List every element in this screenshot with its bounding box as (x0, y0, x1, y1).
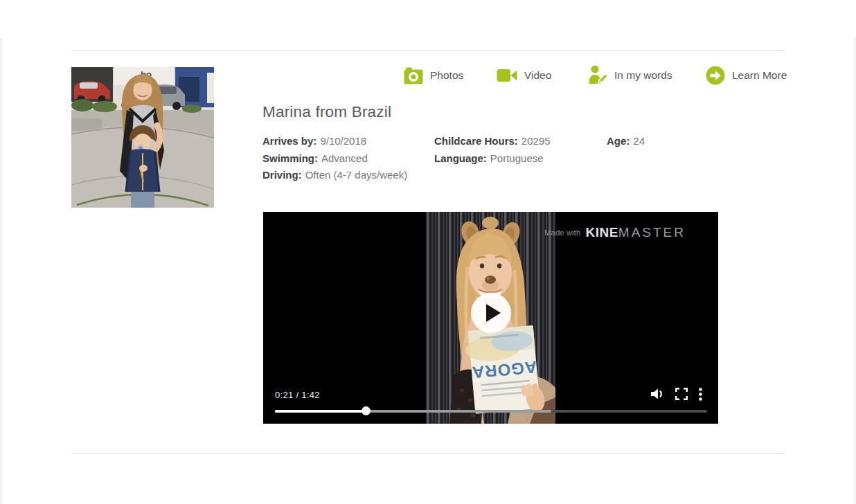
video-progress-bar[interactable] (275, 410, 707, 413)
camera-icon (404, 67, 423, 84)
details-column-3: Age:24 (607, 133, 645, 150)
video-player[interactable]: AGORA Made with KINEMASTER 0:21 / 1:42 (263, 212, 718, 424)
overflow-menu-button[interactable] (699, 388, 702, 401)
details-column-2: Childcare Hours:20295 Language:Portugues… (434, 133, 551, 167)
profile-photo: bo (71, 67, 214, 208)
detail-value: 20295 (521, 135, 551, 147)
top-divider (71, 50, 785, 51)
play-button[interactable] (471, 293, 511, 333)
nav-item-label: Learn More (732, 69, 787, 82)
fullscreen-button[interactable] (675, 388, 688, 400)
nav-item-label: Video (524, 69, 551, 82)
detail-row: Driving:Often (4-7 days/week) (262, 167, 407, 184)
detail-value: Portuguese (490, 152, 544, 164)
detail-value: 9/10/2018 (320, 135, 366, 147)
au-pair-profile-page: bo (0, 0, 856, 504)
page-right-border (855, 38, 855, 504)
page-title: Marina from Brazil (262, 103, 391, 121)
detail-value: Often (4-7 days/week) (305, 169, 408, 181)
detail-row: Age:24 (607, 133, 645, 150)
watermark-brand: KINEMASTER (585, 225, 686, 240)
detail-value: Advanced (321, 152, 368, 164)
nav-item-photos[interactable]: Photos (404, 64, 463, 87)
details-column-1: Arrives by:9/10/2018 Swimming:Advanced D… (262, 133, 407, 184)
detail-label: Swimming: (262, 152, 318, 164)
arrow-right-circle-icon (706, 66, 725, 85)
detail-label: Arrives by: (262, 135, 316, 147)
kinemaster-watermark: Made with KINEMASTER (544, 225, 686, 240)
kebab-menu-icon (699, 388, 702, 401)
nav-item-learn-more[interactable]: Learn More (706, 64, 787, 87)
detail-label: Driving: (262, 169, 302, 181)
detail-row: Childcare Hours:20295 (434, 133, 551, 150)
detail-label: Age: (607, 135, 630, 147)
video-time-display: 0:21 / 1:42 (275, 390, 320, 400)
watermark-prefix: Made with (544, 228, 580, 237)
play-icon (486, 304, 501, 322)
detail-label: Language: (434, 152, 487, 164)
nav-item-label: In my words (614, 69, 672, 82)
detail-row: Swimming:Advanced (262, 150, 407, 168)
detail-row: Language:Portuguese (434, 150, 551, 168)
volume-button[interactable] (650, 387, 664, 401)
bottom-divider (71, 453, 785, 454)
detail-row: Arrives by:9/10/2018 (262, 133, 407, 150)
volume-icon (650, 387, 664, 401)
nav-item-in-my-words[interactable]: In my words (588, 64, 672, 87)
person-pencil-icon (588, 65, 607, 87)
detail-label: Childcare Hours: (434, 135, 518, 147)
nav-item-label: Photos (430, 69, 463, 82)
detail-value: 24 (633, 135, 645, 147)
video-control-icons (650, 387, 702, 401)
video-camera-icon (497, 67, 517, 84)
progress-thumb[interactable] (362, 406, 371, 415)
nav-item-video[interactable]: Video (497, 64, 551, 87)
profile-photo-illustration: bo (71, 67, 214, 208)
page-left-border (1, 38, 1, 504)
progress-played (275, 410, 366, 413)
fullscreen-icon (675, 388, 688, 400)
